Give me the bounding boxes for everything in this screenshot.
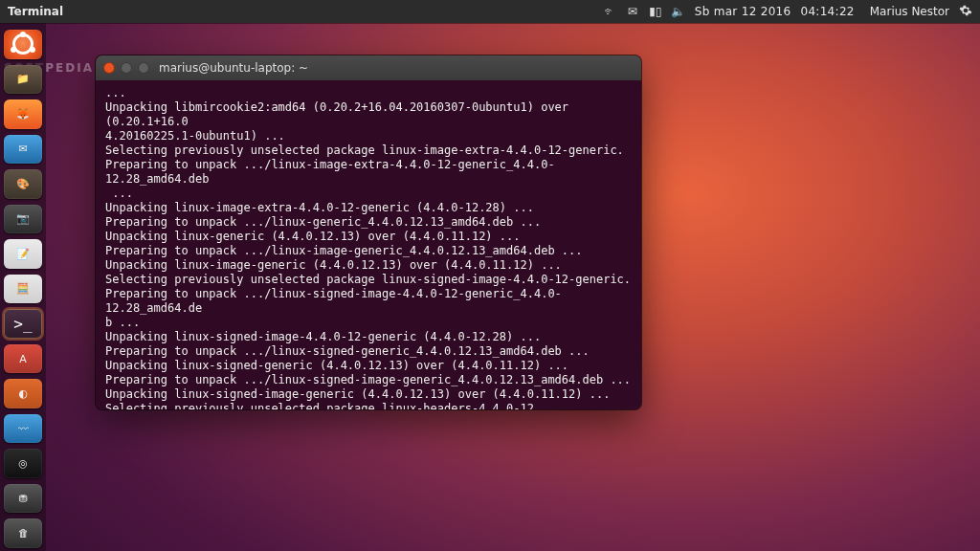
- trash-icon: 🗑: [18, 527, 29, 540]
- launcher-software-updater[interactable]: A: [4, 344, 42, 374]
- top-panel: Terminal ᯤ ✉ ▮▯ 🔈 Sb mar 12 2016 04:14:2…: [0, 0, 980, 23]
- update-icon: A: [19, 353, 27, 365]
- launcher-thunderbird[interactable]: ✉: [4, 135, 42, 165]
- mail-client-icon: ✉: [18, 143, 27, 155]
- battery-icon[interactable]: ▮▯: [649, 5, 662, 18]
- unity-launcher: 📁 🦊 ✉ 🎨 📷 📝 🧮 >_ A ◐ 〰 ◎ ⛃ 🗑: [0, 23, 46, 551]
- gear-icon[interactable]: [959, 4, 972, 20]
- calculator-icon: 🧮: [16, 282, 30, 295]
- terminal-viewport[interactable]: ... Unpacking libmircookie2:amd64 (0.20.…: [96, 80, 641, 409]
- terminal-output: ... Unpacking libmircookie2:amd64 (0.20.…: [105, 86, 632, 409]
- launcher-terminal[interactable]: >_: [4, 309, 42, 339]
- launcher-system-monitor[interactable]: 〰: [4, 414, 42, 444]
- close-icon[interactable]: [103, 62, 115, 74]
- folder-icon: 📁: [16, 73, 30, 85]
- terminal-window[interactable]: marius@ubuntu-laptop: ~ ... Unpacking li…: [96, 55, 641, 409]
- launcher-files[interactable]: 📁: [4, 65, 42, 95]
- minimize-icon[interactable]: [121, 62, 132, 74]
- sound-icon[interactable]: 🔈: [672, 5, 685, 18]
- steam-icon: ◎: [18, 457, 28, 470]
- launcher-camera[interactable]: 📷: [4, 205, 42, 234]
- maximize-icon[interactable]: [138, 62, 149, 74]
- launcher-steam[interactable]: ◎: [4, 449, 42, 478]
- launcher-firefox[interactable]: 🦊: [4, 99, 42, 129]
- window-controls: [103, 62, 149, 74]
- window-titlebar[interactable]: marius@ubuntu-laptop: ~: [96, 55, 641, 80]
- network-icon[interactable]: ᯤ: [603, 5, 616, 18]
- launcher-gimp[interactable]: 🎨: [4, 169, 42, 199]
- mail-icon[interactable]: ✉: [626, 5, 639, 18]
- gimp-icon: 🎨: [16, 178, 30, 190]
- partition-icon: ◐: [18, 387, 28, 400]
- camera-icon: 📷: [16, 212, 30, 225]
- active-app-title: Terminal: [8, 5, 63, 18]
- launcher-text-editor[interactable]: 📝: [4, 239, 42, 269]
- firefox-icon: 🦊: [16, 108, 30, 121]
- ubuntu-logo-icon: [12, 33, 33, 55]
- drive-icon: ⛃: [18, 493, 27, 505]
- launcher-gparted[interactable]: ◐: [4, 379, 42, 408]
- launcher-dash[interactable]: [4, 30, 42, 59]
- system-tray: ᯤ ✉ ▮▯ 🔈 Sb mar 12 2016 04:14:22 Marius …: [603, 4, 972, 20]
- launcher-trash[interactable]: 🗑: [4, 518, 42, 548]
- date-label[interactable]: Sb mar 12 2016: [695, 5, 791, 18]
- time-label[interactable]: 04:14:22: [800, 5, 854, 18]
- notes-icon: 📝: [16, 248, 30, 260]
- window-title: marius@ubuntu-laptop: ~: [159, 61, 308, 75]
- launcher-disk[interactable]: ⛃: [4, 484, 42, 514]
- launcher-calculator[interactable]: 🧮: [4, 275, 42, 304]
- terminal-icon: >_: [13, 315, 32, 333]
- session-user[interactable]: Marius Nestor: [870, 5, 949, 18]
- monitor-icon: 〰: [18, 423, 29, 435]
